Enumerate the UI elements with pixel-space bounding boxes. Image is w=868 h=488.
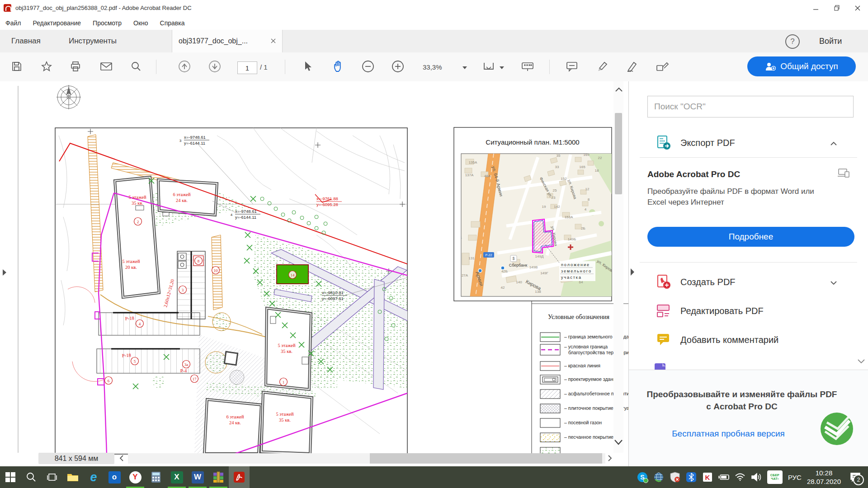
sitplan-title: Ситуационный план. М1:5000 bbox=[486, 138, 579, 146]
edit-pdf-row[interactable]: Редактировать PDF bbox=[629, 296, 868, 325]
defender-tray-icon[interactable] bbox=[670, 472, 680, 483]
help-icon[interactable]: ? bbox=[785, 34, 800, 49]
calculator-button[interactable] bbox=[146, 466, 166, 488]
trial-link[interactable]: Бесплатная пробная версия bbox=[629, 429, 828, 439]
stamp-tool-button[interactable] bbox=[652, 56, 673, 77]
hscroll-left-icon[interactable] bbox=[118, 455, 125, 462]
combine-files-icon[interactable] bbox=[654, 362, 669, 370]
winrar-button[interactable] bbox=[208, 466, 229, 488]
export-pdf-icon bbox=[657, 136, 670, 150]
tab-document[interactable]: obj31977_doc_obj_... bbox=[172, 30, 283, 52]
map-label: 4 bbox=[585, 207, 587, 211]
circled-number-text: 2 bbox=[137, 220, 139, 224]
chevron-up-icon bbox=[830, 141, 837, 146]
language-indicator[interactable]: РУС bbox=[788, 474, 802, 481]
circled-number-text: 5 bbox=[134, 359, 136, 364]
edit-pdf-icon bbox=[657, 304, 670, 318]
map-label: 42 bbox=[501, 286, 505, 290]
sign-tool-button[interactable] bbox=[622, 56, 643, 77]
minimize-button[interactable] bbox=[806, 0, 826, 16]
pro-dc-title: Adobe Acrobat Pro DC bbox=[647, 169, 740, 179]
map-label: 18 bbox=[595, 169, 599, 173]
comment-tool-button[interactable] bbox=[561, 56, 582, 77]
vertical-scrollbar-thumb[interactable] bbox=[615, 113, 622, 194]
plan-label: 24 кв. bbox=[229, 420, 241, 425]
panel-scroll-down-icon[interactable] bbox=[857, 358, 865, 366]
skype-tray-icon[interactable]: S bbox=[637, 472, 648, 483]
export-pdf-row[interactable]: Экспорт PDF bbox=[629, 128, 868, 157]
acrobat-taskbar-button[interactable] bbox=[229, 466, 250, 488]
notification-center-button[interactable]: 2 bbox=[846, 466, 864, 488]
document-canvas[interactable]: Ситуационный план. М1:5000 bbox=[0, 81, 628, 466]
word-button[interactable]: W bbox=[187, 466, 208, 488]
volume-tray-icon[interactable] bbox=[751, 472, 762, 483]
save-button[interactable] bbox=[6, 56, 27, 77]
zoom-level-dropdown[interactable]: 33,3% bbox=[423, 63, 442, 71]
scrolling-mode-button[interactable] bbox=[517, 56, 538, 77]
email-button[interactable] bbox=[96, 56, 117, 77]
tab-tools[interactable]: Инструменты bbox=[69, 30, 117, 52]
file-explorer-button[interactable] bbox=[62, 466, 83, 488]
add-comment-row[interactable]: Добавить комментарий bbox=[629, 325, 868, 354]
coordinate-label: x=-9748.61 bbox=[184, 135, 206, 140]
zoom-out-button[interactable] bbox=[358, 56, 378, 77]
yandex-browser-button[interactable]: Y bbox=[125, 466, 146, 488]
horizontal-scrollbar-thumb[interactable] bbox=[370, 453, 602, 464]
zoom-caret-icon[interactable] bbox=[462, 66, 467, 70]
outlook-button[interactable]: o bbox=[104, 466, 125, 488]
legend-title: Условные обозначения bbox=[548, 314, 610, 320]
internet-explorer-button[interactable]: e bbox=[83, 466, 104, 488]
map-label: 35 bbox=[557, 154, 561, 158]
map-label: 25 bbox=[553, 188, 557, 192]
tools-search-input[interactable] bbox=[647, 96, 854, 117]
previous-page-button[interactable] bbox=[174, 56, 195, 77]
scroll-down-page-icon[interactable] bbox=[614, 439, 623, 446]
coordinate-label: y=-6097.61 bbox=[322, 296, 344, 301]
menu-file[interactable]: Файл bbox=[5, 19, 21, 27]
sberbank-logo bbox=[820, 412, 854, 446]
zoom-in-button[interactable] bbox=[387, 56, 408, 77]
search-button[interactable] bbox=[126, 56, 146, 77]
coordinate-label: x=-9748.61 bbox=[235, 209, 257, 214]
clock[interactable]: 10:28 28.07.2020 bbox=[807, 469, 841, 486]
kaspersky-tray-icon[interactable]: K bbox=[702, 472, 713, 483]
menu-view[interactable]: Просмотр bbox=[93, 19, 122, 27]
tab-close-icon[interactable] bbox=[271, 37, 276, 45]
taskbar-search-button[interactable] bbox=[21, 466, 42, 488]
more-button[interactable]: Подробнее bbox=[647, 227, 854, 247]
next-page-button[interactable] bbox=[204, 56, 225, 77]
bluetooth-tray-icon[interactable] bbox=[686, 472, 697, 483]
excel-button[interactable]: X bbox=[166, 466, 187, 488]
highlight-tool-button[interactable] bbox=[592, 56, 613, 77]
left-panel-expand-icon[interactable] bbox=[2, 269, 7, 276]
hand-tool-button[interactable] bbox=[328, 56, 349, 77]
fit-width-button[interactable] bbox=[478, 56, 499, 77]
battery-tray-icon[interactable] bbox=[718, 472, 729, 483]
plan-label: 5 этажей bbox=[122, 259, 140, 264]
sberchat-tray-icon[interactable]: СБЕРЧАТ▪ bbox=[767, 470, 783, 484]
menu-help[interactable]: Справка bbox=[160, 19, 185, 27]
page-number-input[interactable] bbox=[237, 61, 257, 74]
right-panel-collapse-icon[interactable] bbox=[630, 267, 635, 277]
network-globe-tray-icon[interactable] bbox=[653, 472, 664, 483]
print-button[interactable] bbox=[65, 56, 86, 77]
menu-edit[interactable]: Редактирование bbox=[33, 19, 81, 27]
menu-window[interactable]: Окно bbox=[133, 19, 148, 27]
vscroll-up-icon[interactable] bbox=[615, 87, 623, 92]
restore-button[interactable] bbox=[826, 0, 847, 16]
map-label: 22 bbox=[598, 156, 602, 160]
favorite-star-button[interactable] bbox=[36, 56, 57, 77]
coordinate-label: y=-6095.28 bbox=[316, 202, 338, 207]
map-label: 64 bbox=[579, 280, 583, 284]
close-button[interactable] bbox=[847, 0, 868, 16]
fit-caret-icon[interactable] bbox=[499, 66, 505, 70]
task-view-button[interactable] bbox=[42, 466, 62, 488]
select-tool-button[interactable] bbox=[297, 56, 318, 77]
share-button[interactable]: Общий доступ bbox=[747, 56, 856, 76]
wifi-tray-icon[interactable] bbox=[735, 472, 745, 483]
create-pdf-row[interactable]: Создать PDF bbox=[629, 267, 868, 296]
start-button[interactable] bbox=[0, 466, 21, 488]
sign-in-button[interactable]: Войти bbox=[819, 30, 842, 52]
hscroll-right-icon[interactable] bbox=[607, 455, 613, 462]
tab-home[interactable]: Главная bbox=[11, 30, 41, 52]
